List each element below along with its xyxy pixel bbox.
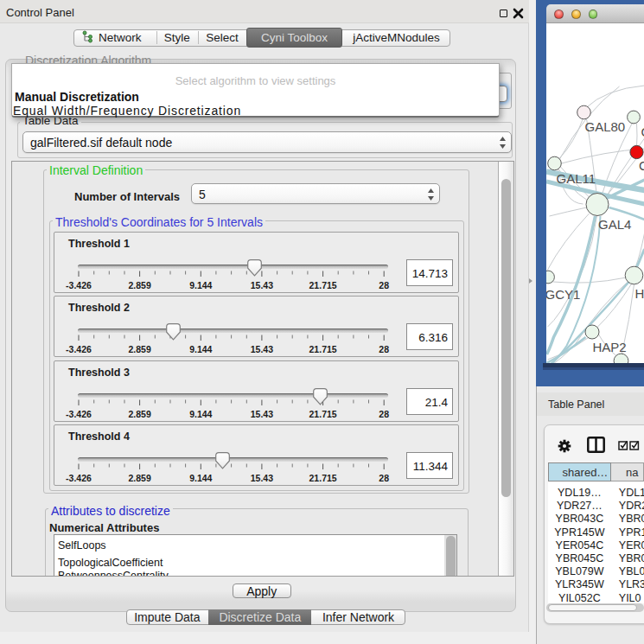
- svg-text:HAP2: HAP2: [592, 340, 626, 354]
- svg-text:GAL80: GAL80: [584, 119, 625, 134]
- svg-text:GAL7: GAL7: [641, 124, 644, 139]
- svg-text:GCY1: GCY1: [546, 287, 580, 302]
- svg-text:HAP: HAP: [634, 286, 644, 301]
- svg-text:GAL4: GAL4: [598, 217, 631, 232]
- svg-text:CYC: CYC: [639, 158, 644, 173]
- svg-text:GAL11: GAL11: [556, 171, 596, 186]
